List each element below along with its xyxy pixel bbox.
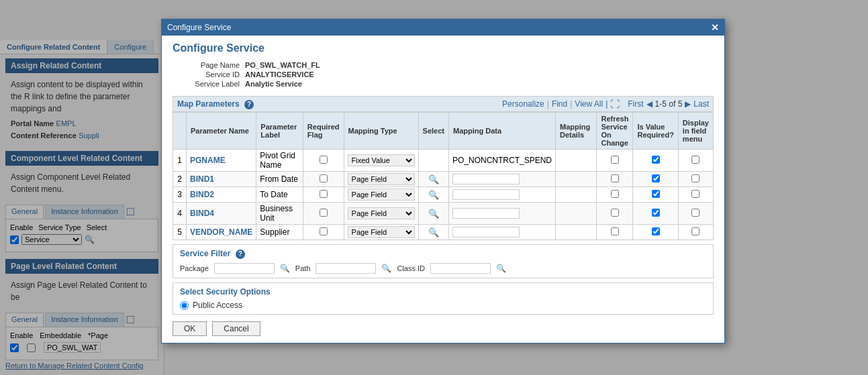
service-id-label: Service ID (173, 70, 240, 78)
security-title: Select Security Options (180, 287, 706, 297)
display-menu-checkbox-0[interactable] (691, 156, 700, 164)
required-checkbox-1[interactable] (320, 174, 328, 182)
refresh-cell (597, 150, 633, 172)
param-label-cell: Pivot Grid Name (256, 150, 303, 172)
required-checkbox-0[interactable] (320, 156, 328, 164)
mapping-data-input-3[interactable] (452, 208, 520, 219)
value-required-checkbox-2[interactable] (652, 190, 660, 198)
select-magnify-4[interactable]: 🔍 (428, 227, 439, 237)
refresh-checkbox-3[interactable] (611, 209, 619, 217)
display-menu-checkbox-3[interactable] (691, 209, 700, 217)
mapping-type-select-2[interactable]: Fixed ValuePage FieldSystem VariableCons… (348, 189, 415, 201)
select-magnify-2[interactable]: 🔍 (428, 190, 439, 200)
close-button[interactable]: ✕ (711, 22, 719, 33)
col-select: Select (418, 113, 448, 150)
display-menu-checkbox-1[interactable] (691, 174, 700, 182)
modal-title-label: Configure Service (167, 23, 231, 32)
mapping-data-input-2[interactable] (452, 189, 520, 200)
find-link[interactable]: Find (552, 99, 567, 109)
class-id-input[interactable] (430, 263, 491, 274)
col-mapping-type: Mapping Type (344, 113, 418, 150)
mapping-data-input-4[interactable] (452, 227, 520, 237)
required-flag-cell (303, 225, 344, 240)
refresh-checkbox-4[interactable] (611, 227, 619, 235)
personalize-link[interactable]: Personalize (502, 99, 544, 109)
mapping-type-cell: Fixed ValuePage FieldSystem VariableCons… (344, 225, 418, 240)
service-filter-help-icon[interactable]: ? (236, 250, 245, 259)
param-name-cell: BIND2 (187, 187, 256, 203)
col-param-label: Parameter Label (256, 113, 303, 150)
service-id-value: ANALYTICSERVICE (245, 70, 714, 78)
value-required-checkbox-3[interactable] (652, 209, 660, 217)
service-label-label: Service Label (173, 80, 240, 88)
display-menu-cell (678, 203, 713, 225)
required-checkbox-3[interactable] (320, 209, 328, 217)
mapping-data-cell (448, 172, 555, 187)
next-icon[interactable]: ▶ (685, 99, 691, 109)
map-params-help-icon[interactable]: ? (244, 100, 254, 109)
map-params-header: Map Parameters ? Personalize | Find | Vi… (173, 96, 714, 112)
select-magnify-1[interactable]: 🔍 (428, 174, 439, 184)
value-required-cell (633, 203, 678, 225)
class-id-label: Class ID (397, 264, 425, 272)
mapping-type-cell: Fixed ValuePage FieldSystem VariableCons… (344, 172, 418, 187)
prev-icon[interactable]: ◀ (646, 99, 653, 109)
required-flag-cell (303, 172, 344, 187)
cancel-button[interactable]: Cancel (212, 321, 260, 336)
refresh-checkbox-0[interactable] (611, 156, 619, 164)
display-menu-checkbox-2[interactable] (691, 190, 700, 198)
path-input[interactable] (316, 263, 376, 274)
param-label-cell: To Date (256, 187, 303, 203)
mapping-type-select-0[interactable]: Fixed ValuePage FieldSystem VariableCons… (348, 154, 415, 166)
select-magnify-3[interactable]: 🔍 (428, 209, 439, 219)
table-row: 1 (173, 150, 187, 172)
col-display-menu: Display in field menu (678, 113, 713, 150)
last-link[interactable]: Last (693, 99, 709, 109)
ok-button[interactable]: OK (173, 321, 207, 336)
refresh-cell (597, 187, 633, 203)
mapping-type-select-3[interactable]: Fixed ValuePage FieldSystem VariableCons… (348, 207, 415, 219)
param-label-cell: Supplier (256, 225, 303, 240)
refresh-checkbox-2[interactable] (611, 190, 619, 198)
display-menu-cell (678, 172, 713, 187)
pagination-label: 1-5 of 5 (655, 99, 683, 109)
refresh-cell (597, 203, 633, 225)
package-input[interactable] (214, 263, 275, 274)
table-row: 3 (173, 187, 187, 203)
mapping-type-cell: Fixed ValuePage FieldSystem VariableCons… (344, 187, 418, 203)
select-cell: 🔍 (418, 203, 448, 225)
value-required-checkbox-4[interactable] (652, 227, 660, 235)
filter-row: Package 🔍 Path 🔍 Class ID 🔍 (180, 263, 706, 274)
refresh-checkbox-1[interactable] (611, 174, 619, 182)
class-id-search-icon[interactable]: 🔍 (496, 264, 506, 273)
modal-info-grid: Page Name PO_SWL_WATCH_FL Service ID ANA… (173, 61, 714, 88)
param-label-cell: Business Unit (256, 203, 303, 225)
required-checkbox-4[interactable] (320, 227, 328, 235)
table-row: 4 (173, 203, 187, 225)
required-flag-cell (303, 203, 344, 225)
modal-main-title: Configure Service (173, 42, 714, 54)
mapping-data-input-1[interactable] (452, 174, 520, 184)
view-all-link[interactable]: View All (575, 99, 603, 109)
required-checkbox-2[interactable] (320, 190, 328, 198)
mapping-type-cell: Fixed ValuePage FieldSystem VariableCons… (344, 150, 418, 172)
public-access-radio[interactable] (180, 301, 189, 310)
path-search-icon[interactable]: 🔍 (381, 264, 391, 273)
package-search-icon[interactable]: 🔍 (280, 264, 290, 273)
value-required-checkbox-0[interactable] (652, 156, 660, 164)
map-params-title: Map Parameters ? (177, 99, 254, 109)
mapping-type-select-4[interactable]: Fixed ValuePage FieldSystem VariableCons… (348, 226, 415, 238)
mapping-details-cell (556, 150, 597, 172)
value-required-checkbox-1[interactable] (652, 174, 660, 182)
mapping-data-cell: PO_NONCNTRCT_SPEND (448, 150, 555, 172)
value-required-cell (633, 225, 678, 240)
display-menu-cell (678, 150, 713, 172)
display-menu-checkbox-4[interactable] (691, 227, 700, 235)
mapping-data-cell (448, 225, 555, 240)
value-required-cell (633, 187, 678, 203)
col-mapping-details: Mapping Details (556, 113, 597, 150)
expand-table-icon[interactable]: ⛶ (610, 99, 620, 109)
params-table: Parameter Name Parameter Label Required … (173, 112, 714, 240)
param-label-cell: From Date (256, 172, 303, 187)
mapping-type-select-1[interactable]: Fixed ValuePage FieldSystem VariableCons… (348, 173, 415, 185)
